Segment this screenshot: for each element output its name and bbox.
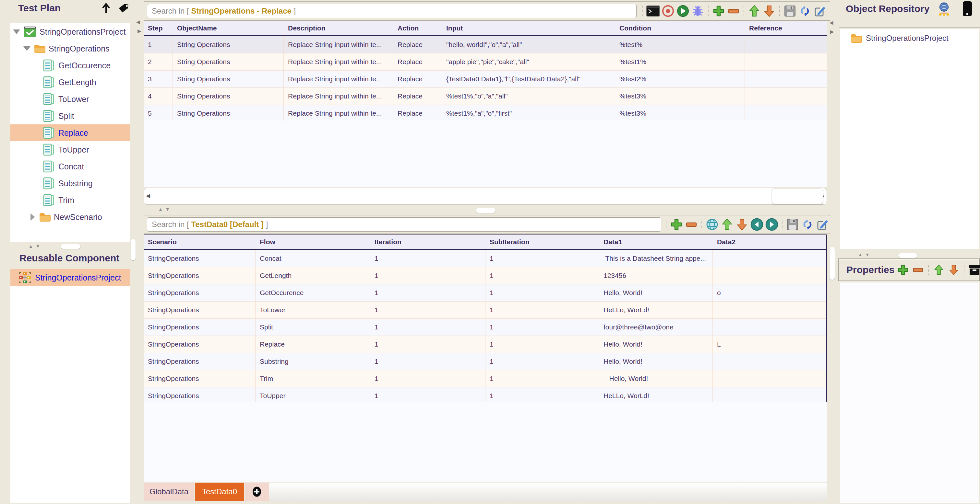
add-row-icon[interactable]: [669, 217, 684, 232]
steps-search-input[interactable]: Search in [ StringOperations - Replace ]: [147, 4, 636, 18]
table-row[interactable]: 5String OperationsReplace String input w…: [144, 105, 827, 122]
table-cell: StringOperations: [144, 267, 256, 284]
tag-icon[interactable]: [116, 1, 131, 16]
tree-item-folder[interactable]: StringOperations: [10, 40, 130, 57]
property-down-icon[interactable]: [946, 262, 961, 277]
column-header[interactable]: Data1: [599, 235, 713, 249]
tree-splitter-handle[interactable]: [61, 244, 80, 249]
table-row[interactable]: StringOperationsTrim11 Hello, World!: [144, 370, 826, 387]
refresh-icon[interactable]: [797, 3, 812, 19]
column-header[interactable]: Action: [393, 21, 442, 35]
search-scope: StringOperations - Replace: [191, 6, 291, 16]
tree-item-trim[interactable]: Trim: [10, 192, 130, 209]
column-header[interactable]: Input: [442, 21, 615, 35]
column-header[interactable]: SubIteration: [485, 235, 599, 249]
mobile-repository-icon[interactable]: [960, 1, 975, 16]
table-row[interactable]: 2String OperationsReplace String input w…: [144, 54, 827, 71]
edit-icon[interactable]: [812, 3, 827, 19]
table-row[interactable]: StringOperationsGetOccurence11Hello, Wor…: [144, 284, 826, 301]
save-icon[interactable]: [783, 3, 797, 19]
tree-item-substring[interactable]: Substring: [10, 175, 130, 192]
next-sheet-icon[interactable]: [764, 217, 779, 232]
table-row[interactable]: StringOperationsGetLength11123456: [144, 267, 826, 284]
remove-row-icon[interactable]: [726, 3, 741, 19]
scroll-left-icon[interactable]: ◀: [146, 193, 150, 198]
table-cell: [713, 353, 827, 370]
property-up-icon[interactable]: [931, 262, 946, 277]
edit-icon[interactable]: [815, 217, 830, 232]
column-header[interactable]: Flow: [256, 235, 370, 249]
tree-item-toupper[interactable]: ToUpper: [10, 141, 130, 158]
prev-sheet-icon[interactable]: [749, 217, 764, 232]
table-row[interactable]: StringOperationsToLower11HeLLo, WorLd!: [144, 301, 826, 319]
table-row[interactable]: StringOperationsReplace11Hello, World!L: [144, 336, 826, 353]
record-icon[interactable]: [660, 3, 676, 19]
expander-open-icon[interactable]: [13, 30, 20, 34]
steps-hscrollbar[interactable]: ◀ ▶: [144, 188, 827, 205]
column-header[interactable]: Step: [144, 21, 173, 35]
tree-item-newscenario[interactable]: NewScenario: [10, 209, 130, 225]
table-cell: StringOperations: [144, 284, 256, 301]
tree-item-replace[interactable]: Replace: [10, 124, 130, 141]
table-row[interactable]: StringOperationsSplit11four@three@two@on…: [144, 319, 826, 336]
table-row[interactable]: StringOperationsConcat11 This is a Datas…: [144, 250, 826, 267]
table-row[interactable]: 4String OperationsReplace String input w…: [144, 88, 827, 105]
document-icon: [43, 76, 54, 89]
tab-testdata0[interactable]: TestData0: [195, 483, 244, 501]
move-up-icon[interactable]: [720, 217, 735, 232]
table-row[interactable]: StringOperationsSubstring11Hello, World!: [144, 353, 826, 370]
column-header[interactable]: Description: [284, 21, 393, 35]
hscrollbar-thumb[interactable]: [772, 189, 823, 204]
tree-item-getlength[interactable]: GetLength: [10, 74, 130, 91]
run-icon[interactable]: [676, 3, 690, 19]
web-data-icon[interactable]: [705, 217, 720, 232]
center-splitter-arrows[interactable]: ▲▼: [158, 207, 172, 212]
collapse-left-icon[interactable]: ◀: [136, 19, 140, 24]
add-row-icon[interactable]: [711, 3, 726, 19]
tab-globaldata[interactable]: GlobalData: [144, 483, 194, 501]
tree-item-tolower[interactable]: ToLower: [10, 91, 130, 108]
move-up-top-icon[interactable]: [99, 1, 113, 16]
refresh-icon[interactable]: [800, 217, 815, 232]
reusable-item[interactable]: StringOperationsProject: [10, 269, 130, 286]
expand-left-icon[interactable]: ▶: [137, 29, 142, 33]
column-header[interactable]: Condition: [615, 21, 745, 35]
expander-closed-icon[interactable]: [30, 214, 35, 220]
column-header[interactable]: Iteration: [370, 235, 485, 249]
tree-item-getoccurence[interactable]: GetOccurence: [10, 57, 130, 74]
debug-icon[interactable]: [690, 3, 705, 19]
data-vscrollbar-thumb[interactable]: [829, 247, 835, 280]
archive-icon[interactable]: [967, 262, 980, 277]
data-search-input[interactable]: Search in [ TestData0 [Default ] ]: [147, 217, 661, 231]
move-up-icon[interactable]: [747, 3, 762, 19]
repository-item[interactable]: StringOperationsProject: [840, 30, 979, 46]
tree-item-split[interactable]: Split: [10, 108, 130, 124]
console-icon[interactable]: [646, 3, 660, 19]
collapse-right-icon[interactable]: ◀: [829, 20, 834, 25]
save-icon[interactable]: [785, 217, 800, 232]
right-splitter-arrows[interactable]: ▲▼: [858, 252, 872, 257]
table-row[interactable]: 1String OperationsReplace String input w…: [144, 36, 827, 54]
remove-row-icon[interactable]: [684, 217, 699, 232]
expand-right-icon[interactable]: ▶: [830, 29, 834, 34]
remove-property-icon[interactable]: [911, 262, 926, 277]
column-header[interactable]: ObjectName: [173, 21, 284, 35]
tree-item-concat[interactable]: Concat: [10, 158, 130, 175]
column-header[interactable]: Data2: [713, 235, 827, 249]
document-icon: [43, 194, 54, 207]
tree-scrollbar-thumb[interactable]: [131, 239, 135, 260]
tree-item-project[interactable]: StringOperationsProject: [10, 23, 130, 40]
right-splitter-handle[interactable]: [898, 253, 917, 258]
column-header[interactable]: Reference: [745, 21, 827, 35]
repository-item-label: StringOperationsProject: [866, 34, 948, 43]
center-splitter-handle[interactable]: [476, 208, 495, 213]
add-property-icon[interactable]: [896, 262, 911, 277]
add-datasheet-button[interactable]: [245, 483, 269, 501]
expander-open-icon[interactable]: [23, 46, 30, 51]
move-down-icon[interactable]: [735, 217, 749, 232]
move-down-icon[interactable]: [762, 3, 777, 19]
web-repository-icon[interactable]: [937, 1, 951, 16]
table-row[interactable]: 3String OperationsReplace String input w…: [144, 71, 827, 88]
column-header[interactable]: Scenario: [144, 235, 256, 249]
tree-splitter-arrows[interactable]: ▲▼: [29, 244, 43, 249]
